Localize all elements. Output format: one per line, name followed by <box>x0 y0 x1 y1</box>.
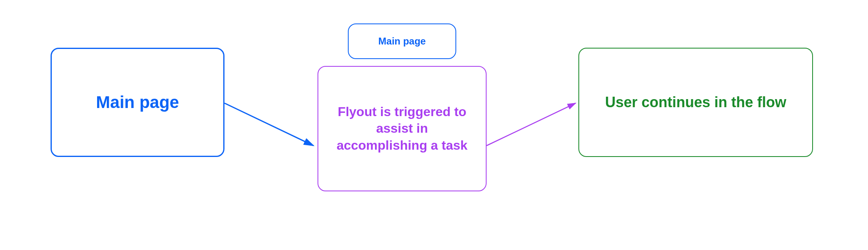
main-page-label: Main page <box>96 93 179 112</box>
main-page-small-box: Main page <box>348 23 456 59</box>
main-page-box: Main page <box>51 48 224 157</box>
svg-line-1 <box>224 103 313 146</box>
svg-line-3 <box>487 103 576 146</box>
arrow-icon <box>487 101 580 150</box>
continue-box: User continues in the flow <box>578 48 813 157</box>
main-page-small-label: Main page <box>378 36 426 47</box>
arrow-icon <box>224 101 318 150</box>
continue-label: User continues in the flow <box>605 94 786 111</box>
flyout-label: Flyout is triggered to assist in accompl… <box>334 104 470 154</box>
flyout-box: Flyout is triggered to assist in accompl… <box>318 66 487 191</box>
